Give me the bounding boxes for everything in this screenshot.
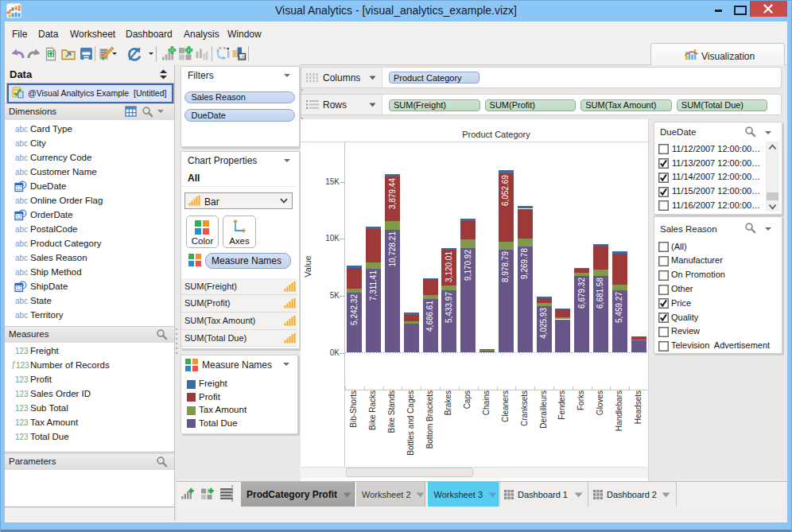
svg-text:12: 12 [16, 214, 22, 219]
svg-text:LO: LO [239, 55, 245, 60]
svg-text:12: 12 [16, 185, 22, 191]
svg-text:12: 12 [16, 285, 22, 291]
